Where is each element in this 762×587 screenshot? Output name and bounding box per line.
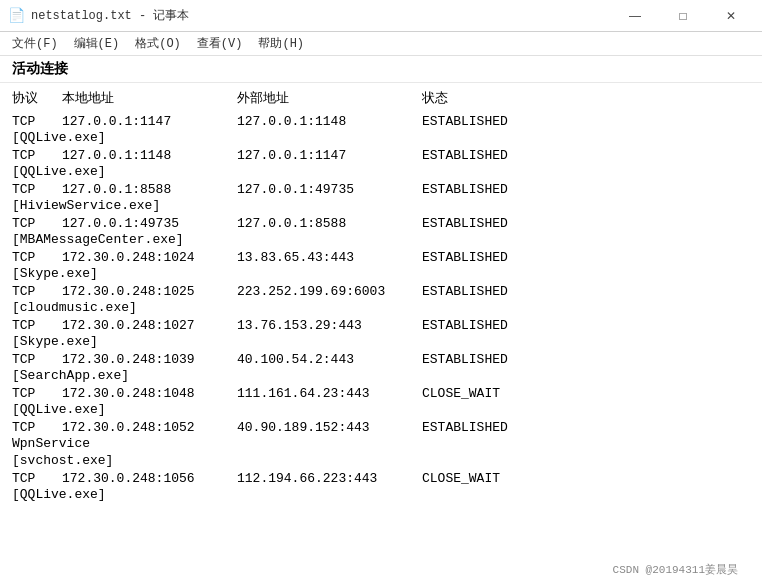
conn-state: ESTABLISHED xyxy=(422,250,582,265)
table-row: TCP 127.0.0.1:1147 127.0.0.1:1148 ESTABL… xyxy=(12,113,750,130)
conn-protocol: TCP xyxy=(12,148,62,163)
menu-item[interactable]: 格式(O) xyxy=(127,33,189,54)
title-bar-left: 📄 netstatlog.txt - 记事本 xyxy=(8,7,189,24)
content-area[interactable]: 协议 本地地址 外部地址 状态 TCP 127.0.0.1:1147 127.0… xyxy=(0,83,762,587)
conn-remote-addr: 127.0.0.1:8588 xyxy=(237,216,422,231)
conn-protocol: TCP xyxy=(12,471,62,486)
conn-local-addr: 172.30.0.248:1048 xyxy=(62,386,237,401)
conn-local-addr: 127.0.0.1:49735 xyxy=(62,216,237,231)
watermark: CSDN @20194311姜晨昊 xyxy=(609,560,742,579)
col-header-state: 状态 xyxy=(422,89,582,107)
list-item: [SearchApp.exe] xyxy=(12,368,750,385)
table-row: TCP 127.0.0.1:1148 127.0.0.1:1147 ESTABL… xyxy=(12,147,750,164)
column-headers: 协议 本地地址 外部地址 状态 xyxy=(12,87,750,109)
title-bar-controls: — □ ✕ xyxy=(612,0,754,32)
conn-protocol: TCP xyxy=(12,318,62,333)
conn-protocol: TCP xyxy=(12,114,62,129)
conn-protocol: TCP xyxy=(12,284,62,299)
list-item: [cloudmusic.exe] xyxy=(12,300,750,317)
conn-state: ESTABLISHED xyxy=(422,182,582,197)
col-header-local: 本地地址 xyxy=(62,89,237,107)
list-item: [QQLive.exe] xyxy=(12,487,750,504)
conn-local-addr: 172.30.0.248:1024 xyxy=(62,250,237,265)
title-bar: 📄 netstatlog.txt - 记事本 — □ ✕ xyxy=(0,0,762,32)
menu-item[interactable]: 文件(F) xyxy=(4,33,66,54)
conn-remote-addr: 40.90.189.152:443 xyxy=(237,420,422,435)
conn-state: ESTABLISHED xyxy=(422,216,582,231)
table-row: TCP 172.30.0.248:1056 112.194.66.223:443… xyxy=(12,470,750,487)
list-item: [svchost.exe] xyxy=(12,453,750,470)
conn-local-addr: 172.30.0.248:1027 xyxy=(62,318,237,333)
table-row: TCP 172.30.0.248:1024 13.83.65.43:443 ES… xyxy=(12,249,750,266)
conn-local-addr: 127.0.0.1:1148 xyxy=(62,148,237,163)
conn-remote-addr: 13.76.153.29:443 xyxy=(237,318,422,333)
conn-state: ESTABLISHED xyxy=(422,114,582,129)
list-item: [Skype.exe] xyxy=(12,266,750,283)
menu-item[interactable]: 帮助(H) xyxy=(250,33,312,54)
conn-remote-addr: 112.194.66.223:443 xyxy=(237,471,422,486)
conn-protocol: TCP xyxy=(12,250,62,265)
conn-remote-addr: 13.83.65.43:443 xyxy=(237,250,422,265)
close-button[interactable]: ✕ xyxy=(708,0,754,32)
section-header: 活动连接 xyxy=(0,56,762,83)
app-icon: 📄 xyxy=(8,7,25,24)
conn-local-addr: 127.0.0.1:8588 xyxy=(62,182,237,197)
table-row: TCP 127.0.0.1:8588 127.0.0.1:49735 ESTAB… xyxy=(12,181,750,198)
conn-remote-addr: 127.0.0.1:49735 xyxy=(237,182,422,197)
table-row: TCP 172.30.0.248:1052 40.90.189.152:443 … xyxy=(12,419,750,436)
col-header-remote: 外部地址 xyxy=(237,89,422,107)
table-row: TCP 172.30.0.248:1048 111.161.64.23:443 … xyxy=(12,385,750,402)
menu-item[interactable]: 查看(V) xyxy=(189,33,251,54)
conn-local-addr: 172.30.0.248:1056 xyxy=(62,471,237,486)
table-row: TCP 127.0.0.1:49735 127.0.0.1:8588 ESTAB… xyxy=(12,215,750,232)
table-row: TCP 172.30.0.248:1025 223.252.199.69:600… xyxy=(12,283,750,300)
conn-state: ESTABLISHED xyxy=(422,420,582,435)
menu-item[interactable]: 编辑(E) xyxy=(66,33,128,54)
conn-protocol: TCP xyxy=(12,182,62,197)
maximize-button[interactable]: □ xyxy=(660,0,706,32)
conn-local-addr: 127.0.0.1:1147 xyxy=(62,114,237,129)
conn-local-addr: 172.30.0.248:1052 xyxy=(62,420,237,435)
table-row: TCP 172.30.0.248:1039 40.100.54.2:443 ES… xyxy=(12,351,750,368)
window-title: netstatlog.txt - 记事本 xyxy=(31,7,189,24)
conn-state: ESTABLISHED xyxy=(422,148,582,163)
minimize-button[interactable]: — xyxy=(612,0,658,32)
conn-local-addr: 172.30.0.248:1025 xyxy=(62,284,237,299)
conn-remote-addr: 40.100.54.2:443 xyxy=(237,352,422,367)
list-item: [HiviewService.exe] xyxy=(12,198,750,215)
conn-remote-addr: 127.0.0.1:1147 xyxy=(237,148,422,163)
list-item: [QQLive.exe] xyxy=(12,130,750,147)
conn-state: CLOSE_WAIT xyxy=(422,471,582,486)
table-row: TCP 172.30.0.248:1027 13.76.153.29:443 E… xyxy=(12,317,750,334)
conn-local-addr: 172.30.0.248:1039 xyxy=(62,352,237,367)
conn-protocol: TCP xyxy=(12,420,62,435)
list-item: [QQLive.exe] xyxy=(12,164,750,181)
col-header-protocol: 协议 xyxy=(12,89,62,107)
conn-state: ESTABLISHED xyxy=(422,284,582,299)
conn-remote-addr: 127.0.0.1:1148 xyxy=(237,114,422,129)
list-item: [QQLive.exe] xyxy=(12,402,750,419)
conn-protocol: TCP xyxy=(12,352,62,367)
connections-list: TCP 127.0.0.1:1147 127.0.0.1:1148 ESTABL… xyxy=(12,113,750,504)
conn-remote-addr: 111.161.64.23:443 xyxy=(237,386,422,401)
conn-state: ESTABLISHED xyxy=(422,318,582,333)
list-item: WpnService xyxy=(12,436,750,453)
conn-protocol: TCP xyxy=(12,386,62,401)
conn-remote-addr: 223.252.199.69:6003 xyxy=(237,284,422,299)
conn-state: CLOSE_WAIT xyxy=(422,386,582,401)
list-item: [MBAMessageCenter.exe] xyxy=(12,232,750,249)
list-item: [Skype.exe] xyxy=(12,334,750,351)
menu-bar: 文件(F)编辑(E)格式(O)查看(V)帮助(H) xyxy=(0,32,762,56)
conn-protocol: TCP xyxy=(12,216,62,231)
conn-state: ESTABLISHED xyxy=(422,352,582,367)
